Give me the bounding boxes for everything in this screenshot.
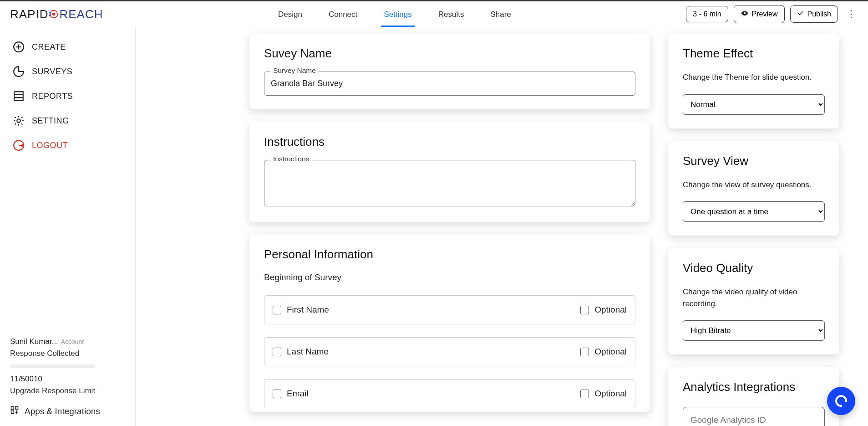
row-first-name: First Name Optional [264,295,635,324]
sidebar-item-surveys[interactable]: SURVEYS [0,59,135,84]
email-optional-label: Optional [594,389,627,399]
svg-point-1 [52,13,55,15]
google-analytics-input[interactable] [683,407,825,426]
topbar: RAPID REACH Design Connect Settings Resu… [0,0,868,27]
plus-circle-icon [13,41,25,53]
logo-reach: REACH [59,7,103,21]
instructions-textarea[interactable] [264,160,635,206]
svg-rect-16 [11,411,14,414]
sidebar-setting-label: SETTING [32,116,69,126]
sidebar-surveys-label: SURVEYS [32,67,72,77]
checkbox-last-name[interactable] [273,348,281,356]
checkbox-first-name[interactable] [273,306,281,314]
dots-vertical-icon: ⋮ [846,8,856,20]
time-estimate-button[interactable]: 3 - 6 min [686,6,728,22]
account-name: Sunil Kumar... [10,337,58,346]
video-quality-title: Video Quality [683,261,825,275]
sidebar: CREATE SURVEYS REPORTS SETTING LOGOUT [0,27,136,426]
survey-view-title: Survey View [683,154,825,168]
theme-effect-title: Theme Effect [683,46,825,61]
row-email: Email Optional [264,379,635,408]
apps-grid-icon [10,405,19,417]
sidebar-create-label: CREATE [32,42,66,52]
tabs: Design Connect Settings Results Share [103,2,686,26]
svg-rect-9 [14,92,23,101]
tab-share[interactable]: Share [488,2,513,26]
preview-label: Preview [752,10,778,18]
sidebar-account: Sunil Kumar...' Account Response Collect… [0,327,135,426]
logo[interactable]: RAPID REACH [10,7,103,21]
video-quality-desc: Change the video quality of video record… [683,286,825,309]
sidebar-item-reports[interactable]: REPORTS [0,84,135,108]
checkbox-email[interactable] [273,390,281,398]
eye-icon [741,9,749,19]
sidebar-item-create[interactable]: CREATE [0,35,135,59]
analytics-title: Analytics Integrations [683,380,825,394]
publish-label: Publish [807,10,831,18]
card-personal-info: Personal Information Beginning of Survey… [249,235,650,412]
sidebar-item-setting[interactable]: SETTING [0,108,135,133]
survey-name-label: Survey Name [270,67,319,75]
first-name-label: First Name [287,305,329,315]
theme-effect-select[interactable]: Normal [683,94,825,115]
card-survey-view: Survey View Change the view of survey qu… [668,141,839,236]
last-name-optional-label: Optional [594,347,627,357]
instructions-label: Instructions [270,155,312,163]
svg-point-5 [743,12,746,15]
first-name-optional-label: Optional [594,305,627,315]
personal-info-subhead: Beginning of Survey [264,272,635,282]
main-content: Suvey Name Survey Name Instructions Inst… [136,27,868,426]
settings-left-column: Suvey Name Survey Name Instructions Inst… [249,34,650,426]
tab-connect[interactable]: Connect [327,2,359,26]
tab-settings[interactable]: Settings [382,2,413,26]
sidebar-reports-label: REPORTS [32,92,73,101]
survey-name-title: Suvey Name [264,46,635,61]
top-actions: 3 - 6 min Preview Publish ⋮ [686,5,859,23]
survey-view-desc: Change the view of survey questions. [683,179,825,191]
chat-fab[interactable] [827,387,855,415]
time-estimate-label: 3 - 6 min [693,10,721,18]
response-count: 11/50010 [10,375,125,384]
report-icon [13,90,25,102]
gear-icon [13,115,25,127]
response-progress [10,364,96,368]
logout-icon [13,139,25,151]
apps-integrations-label: Apps & Integrations [25,406,100,416]
card-video-quality: Video Quality Change the video quality o… [668,248,839,354]
check-icon [797,10,804,19]
video-quality-select[interactable]: High Bitrate [683,320,825,341]
logo-rapid: RAPID [10,7,48,21]
tab-design[interactable]: Design [276,2,304,26]
logo-target-icon [49,9,59,19]
card-instructions: Instructions Instructions [249,122,650,222]
sidebar-logout-label: LOGOUT [32,141,68,150]
svg-rect-15 [15,407,18,410]
checkbox-email-optional[interactable] [580,390,589,398]
survey-view-select[interactable]: One question at a time [683,201,825,222]
response-collected-label: Response Collected [10,349,125,358]
sidebar-item-logout[interactable]: LOGOUT [0,133,135,158]
theme-effect-desc: Change the Theme for slide question. [683,72,825,83]
svg-point-12 [17,119,20,123]
row-last-name: Last Name Optional [264,337,635,366]
checkbox-last-name-optional[interactable] [580,348,589,356]
card-analytics: Analytics Integrations [668,367,839,426]
survey-name-input[interactable] [264,72,635,96]
more-menu-button[interactable]: ⋮ [843,6,859,22]
publish-button[interactable]: Publish [790,5,838,23]
instructions-title: Instructions [264,135,635,149]
upgrade-link[interactable]: Upgrade Response Limit [10,386,125,395]
settings-right-column: Theme Effect Change the Theme for slide … [668,34,839,426]
card-survey-name: Suvey Name Survey Name [249,34,650,109]
personal-info-title: Personal Information [264,247,635,262]
tab-results[interactable]: Results [437,2,466,26]
chat-bubble-icon [835,395,847,407]
pie-chart-icon [13,66,25,77]
svg-rect-14 [11,407,14,410]
preview-button[interactable]: Preview [734,5,785,23]
apps-integrations-link[interactable]: Apps & Integrations [10,405,125,417]
email-label: Email [287,389,309,399]
last-name-label: Last Name [287,347,329,357]
checkbox-first-name-optional[interactable] [580,306,589,314]
account-tag: ' Account [58,338,84,345]
